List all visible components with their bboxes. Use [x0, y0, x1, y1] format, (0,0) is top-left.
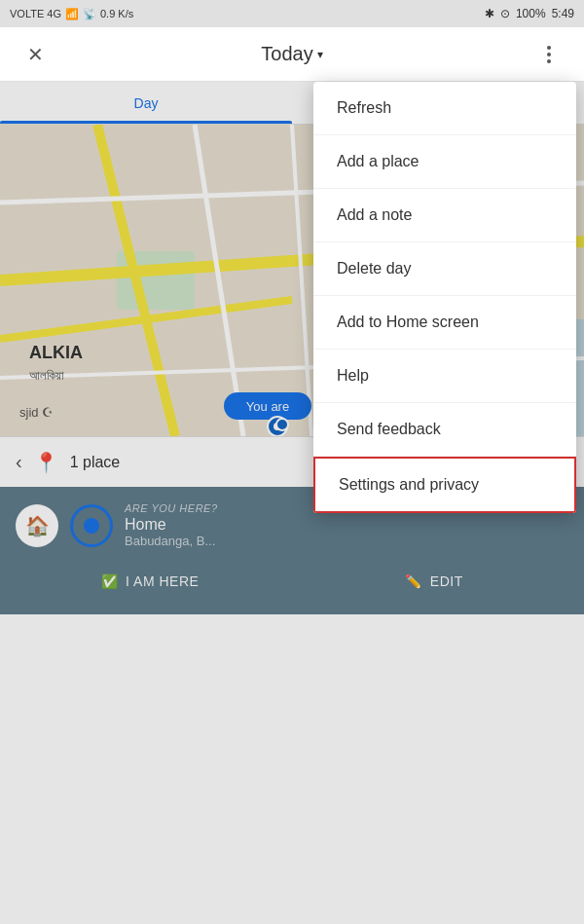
status-bar: VOLTE 4G 📶 📡 0.9 K/s ✱ ⊙ 100% 5:49 [0, 0, 584, 27]
menu-item-add-place[interactable]: Add a place [313, 135, 576, 189]
bluetooth-icon: ✱ [485, 7, 494, 20]
status-right: ✱ ⊙ 100% 5:49 [485, 7, 574, 20]
close-button[interactable]: ✕ [16, 35, 55, 74]
app-title[interactable]: Today ▾ [55, 43, 529, 65]
title-text: Today [261, 43, 312, 65]
signal-icon: 📶 [65, 8, 79, 20]
menu-item-send-feedback[interactable]: Send feedback [313, 403, 576, 457]
close-icon: ✕ [27, 43, 44, 66]
menu-item-delete-day-label: Delete day [337, 260, 412, 277]
menu-item-help-label: Help [337, 367, 369, 385]
menu-item-help[interactable]: Help [313, 350, 576, 403]
location-icon: ⊙ [500, 7, 510, 20]
time-label: 5:49 [552, 7, 574, 20]
menu-item-refresh[interactable]: Refresh [313, 82, 576, 135]
more-options-button[interactable] [529, 35, 568, 74]
battery-label: 100% [516, 7, 546, 20]
menu-item-add-home-screen-label: Add to Home screen [337, 314, 479, 331]
menu-item-settings-privacy-label: Settings and privacy [339, 476, 479, 494]
dot-2 [547, 53, 551, 56]
menu-item-add-home-screen[interactable]: Add to Home screen [313, 296, 576, 350]
menu-item-add-note-label: Add a note [337, 206, 412, 224]
dropdown-menu: Refresh Add a place Add a note Delete da… [313, 82, 576, 513]
dot-1 [547, 46, 551, 50]
wifi-icon: 📡 [83, 8, 96, 20]
title-dropdown-arrow: ▾ [317, 48, 323, 61]
status-left: VOLTE 4G 📶 📡 0.9 K/s [10, 8, 133, 20]
menu-item-add-note[interactable]: Add a note [313, 189, 576, 242]
speed-label: 0.9 K/s [100, 8, 133, 19]
app-bar: ✕ Today ▾ [0, 27, 584, 82]
dot-3 [547, 59, 551, 63]
menu-item-add-place-label: Add a place [337, 153, 420, 170]
carrier-label: VOLTE 4G [10, 8, 61, 19]
menu-item-send-feedback-label: Send feedback [337, 421, 441, 438]
menu-item-settings-privacy[interactable]: Settings and privacy [313, 457, 576, 513]
menu-item-refresh-label: Refresh [337, 99, 391, 117]
menu-item-delete-day[interactable]: Delete day [313, 242, 576, 296]
